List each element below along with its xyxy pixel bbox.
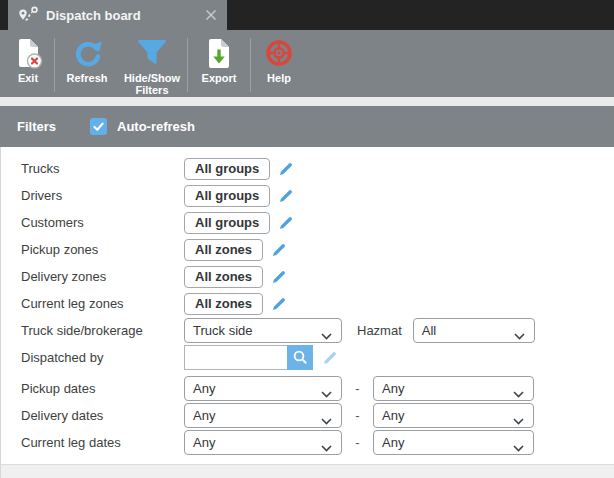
delivery-zones-edit-pencil-icon[interactable]	[271, 269, 287, 285]
current-leg-dates-from-select[interactable]: Any	[184, 430, 342, 455]
filters-header: Filters Auto-refresh	[0, 106, 614, 147]
refresh-label: Refresh	[67, 72, 108, 84]
filter-row-customers: Customers All groups	[1, 209, 614, 236]
pickup-dates-to-select[interactable]: Any	[373, 376, 534, 401]
pickup-dates-from-select[interactable]: Any	[184, 376, 342, 401]
hide-show-filters-button[interactable]: Hide/Show Filters	[118, 30, 186, 97]
filter-row-trucks: Trucks All groups	[1, 155, 614, 182]
toolbar-separator	[54, 38, 55, 92]
filter-row-dispatched-by: Dispatched by	[1, 344, 614, 371]
auto-refresh-checkbox[interactable]	[90, 118, 107, 135]
chevron-down-icon	[513, 386, 524, 401]
filter-row-delivery-zones: Delivery zones All zones	[1, 263, 614, 290]
help-label: Help	[267, 72, 291, 84]
help-lifebuoy-icon	[263, 36, 295, 70]
filter-row-current-leg-dates: Current leg dates Any - Any	[1, 429, 614, 456]
delivery-zones-button[interactable]: All zones	[184, 266, 263, 288]
current-leg-zones-button[interactable]: All zones	[184, 293, 263, 315]
search-icon	[292, 349, 309, 366]
dispatched-by-edit-pencil-icon[interactable]	[322, 350, 338, 366]
chevron-down-icon	[513, 440, 524, 455]
filter-row-drivers: Drivers All groups	[1, 182, 614, 209]
dispatched-by-input[interactable]	[184, 345, 287, 370]
date-range-separator: -	[342, 408, 373, 423]
trucks-groups-button[interactable]: All groups	[184, 158, 270, 180]
dispatched-by-search-button[interactable]	[287, 345, 313, 370]
date-range-separator: -	[342, 435, 373, 450]
hazmat-value: All	[422, 323, 436, 338]
filter-row-truck-side-brokerage: Truck side/brokerage Truck side Hazmat A…	[1, 317, 614, 344]
dispatched-by-search-group	[184, 345, 313, 370]
exit-button[interactable]: Exit	[3, 30, 53, 97]
chevron-down-icon	[514, 328, 525, 343]
drivers-label: Drivers	[21, 188, 184, 203]
customers-groups-button[interactable]: All groups	[184, 212, 270, 234]
tab-dispatch-board[interactable]: Dispatch board	[8, 0, 227, 30]
pickup-dates-from-value: Any	[193, 381, 215, 396]
current-leg-dates-label: Current leg dates	[21, 435, 184, 450]
delivery-dates-from-select[interactable]: Any	[184, 403, 342, 428]
delivery-dates-from-value: Any	[193, 408, 215, 423]
chevron-down-icon	[321, 440, 332, 455]
exit-document-icon	[13, 36, 44, 70]
customers-edit-pencil-icon[interactable]	[278, 215, 294, 231]
hide-show-filters-label: Hide/Show Filters	[119, 72, 185, 96]
drivers-edit-pencil-icon[interactable]	[278, 188, 294, 204]
chevron-down-icon	[321, 386, 332, 401]
trucks-edit-pencil-icon[interactable]	[278, 161, 294, 177]
tab-close-icon[interactable]	[205, 9, 217, 21]
current-leg-dates-to-value: Any	[382, 435, 404, 450]
current-leg-zones-label: Current leg zones	[21, 296, 184, 311]
chevron-down-icon	[321, 328, 332, 343]
filter-row-pickup-zones: Pickup zones All zones	[1, 236, 614, 263]
hazmat-label: Hazmat	[357, 323, 402, 338]
toolbar: Exit Refresh Hide/Show Filters	[0, 30, 614, 97]
auto-refresh-label: Auto-refresh	[117, 119, 195, 134]
customers-label: Customers	[21, 215, 184, 230]
filters-panel: Trucks All groups Drivers All groups Cus…	[0, 147, 614, 464]
export-button[interactable]: Export	[189, 30, 249, 97]
refresh-button[interactable]: Refresh	[56, 30, 118, 97]
current-leg-dates-to-select[interactable]: Any	[373, 430, 534, 455]
tab-title: Dispatch board	[46, 8, 141, 23]
date-range-separator: -	[342, 381, 373, 396]
dispatched-by-label: Dispatched by	[21, 350, 184, 365]
hazmat-select[interactable]: All	[413, 318, 535, 343]
truck-side-brokerage-label: Truck side/brokerage	[21, 323, 184, 338]
bottom-panel	[0, 464, 614, 478]
tab-bar: Dispatch board	[0, 0, 614, 30]
toolbar-content-divider	[0, 97, 614, 106]
filter-row-pickup-dates: Pickup dates Any - Any	[1, 375, 614, 402]
pickup-dates-to-value: Any	[382, 381, 404, 396]
chevron-down-icon	[321, 413, 332, 428]
truck-side-brokerage-value: Truck side	[193, 323, 252, 338]
export-label: Export	[202, 72, 237, 84]
drivers-groups-button[interactable]: All groups	[184, 185, 270, 207]
refresh-icon	[71, 36, 103, 70]
pickup-zones-edit-pencil-icon[interactable]	[271, 242, 287, 258]
current-leg-dates-from-value: Any	[193, 435, 215, 450]
filter-row-current-leg-zones: Current leg zones All zones	[1, 290, 614, 317]
delivery-dates-to-select[interactable]: Any	[373, 403, 534, 428]
dispatch-board-window: Dispatch board Exit	[0, 0, 614, 478]
current-leg-zones-edit-pencil-icon[interactable]	[271, 296, 287, 312]
pickup-zones-label: Pickup zones	[21, 242, 184, 257]
truck-side-brokerage-select[interactable]: Truck side	[184, 318, 342, 343]
chevron-down-icon	[513, 413, 524, 428]
exit-label: Exit	[18, 72, 38, 84]
filter-funnel-icon	[136, 36, 168, 70]
delivery-dates-to-value: Any	[382, 408, 404, 423]
checkmark-icon	[92, 120, 105, 133]
pickup-zones-button[interactable]: All zones	[184, 239, 263, 261]
toolbar-separator	[187, 38, 188, 92]
trucks-label: Trucks	[21, 161, 184, 176]
export-document-icon	[205, 36, 233, 70]
filters-title: Filters	[17, 119, 90, 134]
toolbar-separator	[250, 38, 251, 92]
delivery-zones-label: Delivery zones	[21, 269, 184, 284]
help-button[interactable]: Help	[252, 30, 306, 97]
filter-row-delivery-dates: Delivery dates Any - Any	[1, 402, 614, 429]
route-icon	[18, 5, 39, 25]
delivery-dates-label: Delivery dates	[21, 408, 184, 423]
pickup-dates-label: Pickup dates	[21, 381, 184, 396]
